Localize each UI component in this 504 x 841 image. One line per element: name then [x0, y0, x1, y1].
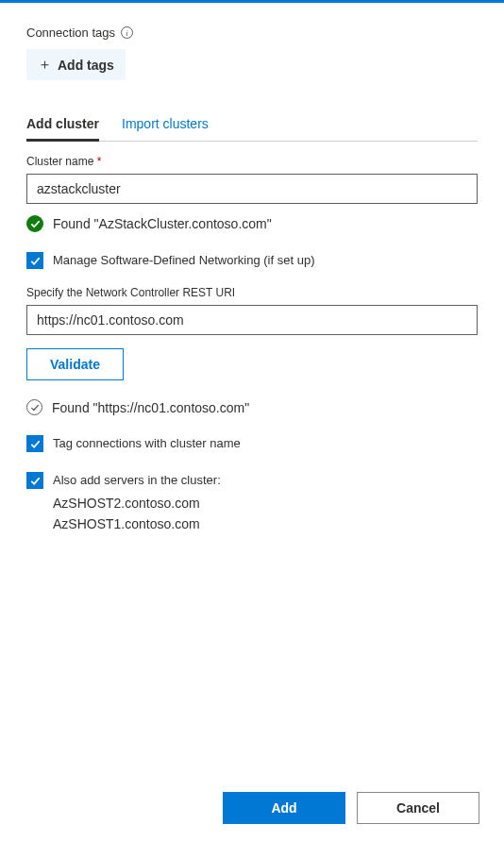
- cluster-found-text: Found "AzStackCluster.contoso.com": [53, 216, 272, 231]
- manage-sdn-checkbox[interactable]: [26, 252, 43, 269]
- validate-success-icon: [26, 399, 42, 415]
- add-tags-button[interactable]: ＋ Add tags: [26, 49, 126, 80]
- tab-import-clusters[interactable]: Import clusters: [122, 116, 209, 142]
- cancel-button[interactable]: Cancel: [357, 792, 479, 824]
- add-tags-label: Add tags: [58, 58, 114, 73]
- add-servers-label: Also add servers in the cluster:: [53, 471, 221, 487]
- tab-add-cluster[interactable]: Add cluster: [26, 116, 99, 142]
- info-icon[interactable]: i: [121, 26, 133, 39]
- success-check-icon: [26, 215, 43, 232]
- connection-tags-label: Connection tags i: [26, 25, 478, 40]
- nc-uri-input[interactable]: [26, 305, 478, 335]
- nc-found-text: Found "https://nc01.contoso.com": [52, 400, 249, 415]
- tabs: Add cluster Import clusters: [26, 116, 478, 142]
- cluster-found-status: Found "AzStackCluster.contoso.com": [26, 215, 478, 232]
- plus-icon: ＋: [38, 56, 52, 74]
- cluster-name-input[interactable]: [26, 174, 478, 204]
- server-list: AzSHOST2.contoso.com AzSHOST1.contoso.co…: [53, 493, 478, 535]
- cluster-name-label: Cluster name *: [26, 155, 478, 168]
- tag-connections-label: Tag connections with cluster name: [53, 434, 241, 450]
- connection-tags-text: Connection tags: [26, 25, 115, 40]
- manage-sdn-label: Manage Software-Defined Networking (if s…: [53, 251, 314, 267]
- footer-actions: Add Cancel: [223, 792, 479, 824]
- server-item: AzSHOST2.contoso.com: [53, 493, 478, 513]
- tag-connections-checkbox[interactable]: [26, 435, 43, 452]
- server-item: AzSHOST1.contoso.com: [53, 513, 478, 534]
- required-indicator: *: [93, 155, 101, 168]
- validate-button[interactable]: Validate: [26, 348, 124, 380]
- add-button[interactable]: Add: [223, 792, 345, 824]
- nc-uri-label: Specify the Network Controller REST URI: [26, 286, 478, 299]
- add-servers-checkbox[interactable]: [26, 472, 43, 489]
